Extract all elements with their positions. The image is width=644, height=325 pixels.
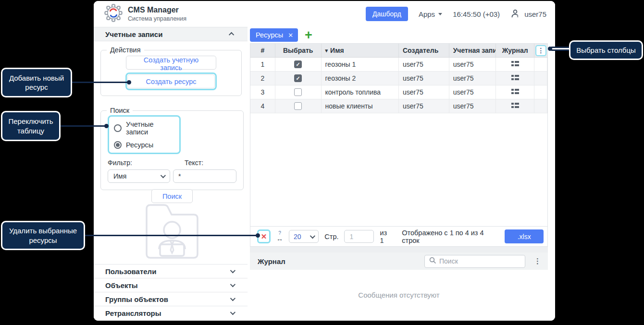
row-num: 2 bbox=[250, 72, 275, 85]
connector-dot bbox=[104, 124, 109, 128]
journal-search[interactable] bbox=[424, 255, 525, 268]
search-icon bbox=[429, 257, 436, 265]
filter-label: Фильтр: bbox=[108, 159, 185, 167]
user-icon bbox=[510, 9, 520, 20]
user-menu[interactable]: user75 bbox=[510, 9, 546, 20]
table-row[interactable]: 4 новые клиенты user75 user75 bbox=[250, 99, 547, 113]
row-journal-cell bbox=[496, 58, 534, 71]
chevron-down-icon bbox=[161, 173, 166, 178]
sort-desc-icon: ▾ bbox=[325, 48, 328, 54]
journal-list-icon[interactable] bbox=[511, 88, 519, 96]
page-size-value: 20 bbox=[294, 233, 301, 241]
dashboard-button[interactable]: Дашборд bbox=[366, 7, 408, 21]
row-checkbox[interactable] bbox=[294, 60, 302, 68]
search-legend: Поиск bbox=[107, 107, 133, 114]
tab-resources-label: Ресурсы bbox=[256, 31, 283, 39]
row-checkbox[interactable] bbox=[294, 88, 302, 96]
annotation-switch-table: Переключить таблицу bbox=[1, 111, 61, 141]
journal-panel: Журнал ⋮ Сообщения отсутствуют bbox=[250, 253, 548, 320]
connector-line bbox=[84, 235, 258, 236]
sidebar-item-units[interactable]: Объекты bbox=[94, 278, 248, 292]
journal-list-icon[interactable] bbox=[511, 74, 519, 82]
journal-body: Сообщения отсутствуют bbox=[250, 270, 548, 320]
search-group: Поиск Учетные записи Ресурсы Фильтр: Тек… bbox=[100, 107, 244, 190]
filter-select[interactable]: Имя bbox=[108, 169, 170, 183]
clock: 16:45:50 (+03) bbox=[453, 10, 500, 18]
search-text-input[interactable] bbox=[173, 169, 236, 183]
rows-shown-info: Отображено с 1 по 4 из 4 строк bbox=[402, 229, 499, 244]
row-name: новые клиенты bbox=[322, 99, 399, 113]
create-resource-button[interactable]: Создать ресурс bbox=[127, 74, 215, 88]
page-number-input[interactable] bbox=[344, 230, 374, 243]
fit-columns-icon[interactable]: ? ↔ bbox=[276, 231, 283, 242]
journal-header: Журнал ⋮ bbox=[250, 253, 548, 270]
radio-resources-icon[interactable] bbox=[114, 141, 122, 149]
app-window: CMS Manager Система управления Дашборд A… bbox=[94, 1, 555, 321]
column-header-journal[interactable]: Журнал bbox=[496, 44, 534, 57]
journal-search-input[interactable] bbox=[439, 257, 520, 265]
journal-menu-icon[interactable]: ⋮ bbox=[534, 257, 541, 265]
sidebar-item-label: Группы объектов bbox=[105, 295, 168, 303]
row-select-cell bbox=[275, 99, 322, 113]
table-row[interactable]: 1 геозоны 1 user75 user75 bbox=[250, 58, 547, 72]
table-row[interactable]: 2 геозоны 2 user75 user75 bbox=[250, 72, 547, 85]
empty-folder-illustration bbox=[94, 195, 250, 264]
row-account: user75 bbox=[449, 58, 496, 71]
column-chooser-cell: ⋮ bbox=[534, 44, 547, 57]
radio-accounts-icon[interactable] bbox=[114, 124, 122, 132]
username: user75 bbox=[524, 10, 546, 18]
chevron-down-icon bbox=[230, 296, 235, 301]
column-header-name[interactable]: ▾ Имя bbox=[322, 44, 399, 57]
chevron-down-icon bbox=[310, 233, 315, 238]
sidebar-item-retranslators[interactable]: Ретрансляторы bbox=[94, 306, 248, 320]
row-account: user75 bbox=[449, 99, 496, 113]
row-checkbox[interactable] bbox=[294, 102, 302, 110]
row-spacer-cell bbox=[534, 72, 547, 85]
page-label: Стр. bbox=[324, 233, 338, 241]
tab-resources[interactable]: Ресурсы ✕ bbox=[250, 28, 298, 42]
connector-dot bbox=[127, 80, 131, 84]
row-spacer-cell bbox=[534, 85, 547, 99]
journal-list-icon[interactable] bbox=[511, 60, 519, 68]
sidebar-item-users[interactable]: Пользователи bbox=[94, 264, 248, 278]
row-select-cell bbox=[275, 58, 322, 71]
main-area: Ресурсы ✕ + # Выбрать ▾ Имя Создатель Уч… bbox=[250, 27, 555, 321]
app-header: CMS Manager Система управления Дашборд A… bbox=[94, 1, 555, 27]
sidebar-item-accounts[interactable]: Учетные записи bbox=[94, 27, 248, 41]
fit-columns-arrow: ↔ bbox=[276, 235, 283, 242]
sidebar-item-label: Ретрансляторы bbox=[105, 309, 161, 317]
chevron-down-icon bbox=[438, 13, 442, 15]
sidebar-item-unit-groups[interactable]: Группы объектов bbox=[94, 292, 248, 306]
radio-resources[interactable]: Ресурсы bbox=[114, 141, 174, 149]
journal-empty-message: Сообщения отсутствуют bbox=[358, 291, 439, 299]
row-name: геозоны 1 bbox=[322, 58, 399, 71]
journal-list-icon[interactable] bbox=[511, 102, 519, 110]
page-size-select[interactable]: 20 bbox=[289, 230, 319, 243]
create-account-button[interactable]: Создать учетную запись bbox=[126, 56, 216, 70]
column-header-account[interactable]: Учетная запис bbox=[449, 44, 496, 57]
connector-dot bbox=[548, 47, 552, 51]
choose-columns-button[interactable]: ⋮ bbox=[535, 45, 546, 56]
column-header-num[interactable]: # bbox=[250, 44, 275, 57]
column-header-creator[interactable]: Создатель bbox=[399, 44, 449, 57]
radio-accounts[interactable]: Учетные записи bbox=[114, 120, 174, 136]
radio-resources-label: Ресурсы bbox=[126, 141, 153, 149]
export-xlsx-button[interactable]: .xlsx bbox=[505, 229, 544, 243]
column-header-select[interactable]: Выбрать bbox=[275, 44, 322, 57]
connector-dot bbox=[256, 233, 260, 238]
chevron-down-icon bbox=[230, 268, 235, 273]
table-header-row: # Выбрать ▾ Имя Создатель Учетная запис … bbox=[250, 44, 547, 58]
annotation-add-resource: Добавить новый ресурс bbox=[1, 68, 72, 97]
apps-menu[interactable]: Apps bbox=[419, 10, 442, 18]
chevron-up-icon bbox=[229, 32, 234, 37]
table-switch-highlight: Учетные записи Ресурсы bbox=[108, 115, 181, 154]
row-creator: user75 bbox=[399, 99, 449, 113]
cms-logo-icon bbox=[104, 4, 123, 24]
add-tab-button[interactable]: + bbox=[305, 29, 312, 41]
row-creator: user75 bbox=[399, 85, 449, 99]
table-row[interactable]: 3 контроль топлива user75 user75 bbox=[250, 85, 547, 99]
sidebar: Учетные записи Действия Создать учетную … bbox=[94, 27, 250, 321]
row-checkbox[interactable] bbox=[294, 74, 302, 82]
connector-line bbox=[59, 125, 107, 127]
close-tab-icon[interactable]: ✕ bbox=[288, 32, 293, 39]
